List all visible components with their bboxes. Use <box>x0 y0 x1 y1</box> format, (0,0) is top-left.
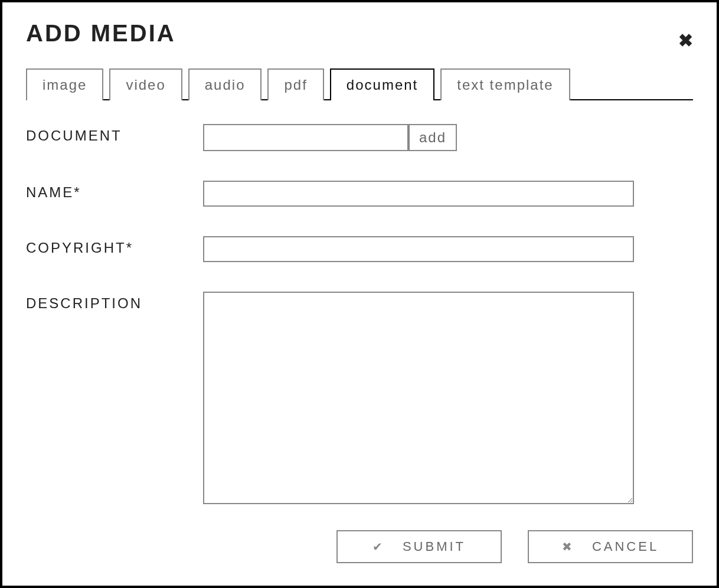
cancel-icon: ✖ <box>562 540 574 554</box>
row-name: NAME* <box>26 181 693 207</box>
description-label: DESCRIPTION <box>26 292 203 312</box>
actions: ✔ SUBMIT ✖ CANCEL <box>26 530 693 563</box>
document-input[interactable] <box>203 124 407 151</box>
cancel-label: CANCEL <box>592 539 659 554</box>
tab-document[interactable]: document <box>330 68 434 100</box>
form: DOCUMENT add NAME* COPYRIGHT* DESCRIPTIO… <box>26 124 693 507</box>
tabs: image video audio pdf document text temp… <box>26 67 693 100</box>
tab-text-template[interactable]: text template <box>440 68 570 100</box>
dialog-title: ADD MEDIA <box>26 20 176 47</box>
submit-label: SUBMIT <box>403 539 466 554</box>
document-combo: add <box>203 124 457 151</box>
dialog-header: ADD MEDIA ✖ <box>26 20 693 50</box>
cancel-button[interactable]: ✖ CANCEL <box>528 530 693 563</box>
copyright-input[interactable] <box>203 236 634 262</box>
add-media-dialog: ADD MEDIA ✖ image video audio pdf docume… <box>0 0 719 588</box>
add-button[interactable]: add <box>407 124 457 151</box>
submit-button[interactable]: ✔ SUBMIT <box>336 530 502 563</box>
close-icon[interactable]: ✖ <box>678 32 693 50</box>
tab-video[interactable]: video <box>109 68 182 100</box>
row-copyright: COPYRIGHT* <box>26 236 693 262</box>
name-label: NAME* <box>26 181 203 201</box>
tab-pdf[interactable]: pdf <box>267 68 323 100</box>
name-input[interactable] <box>203 181 634 207</box>
row-description: DESCRIPTION <box>26 292 693 507</box>
document-label: DOCUMENT <box>26 124 203 144</box>
tab-audio[interactable]: audio <box>188 68 262 100</box>
row-document: DOCUMENT add <box>26 124 693 151</box>
description-textarea[interactable] <box>203 292 634 504</box>
copyright-label: COPYRIGHT* <box>26 236 203 256</box>
check-icon: ✔ <box>372 540 385 554</box>
tab-image[interactable]: image <box>26 68 103 100</box>
